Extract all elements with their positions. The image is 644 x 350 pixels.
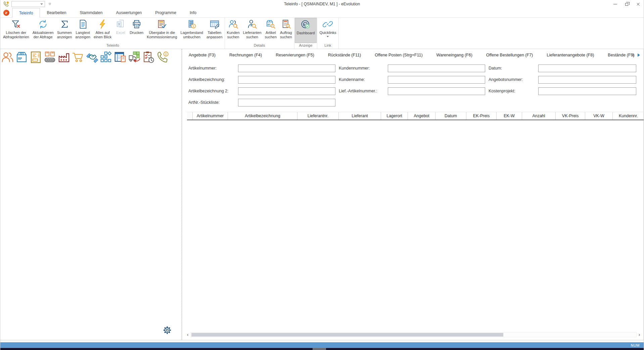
row-selector-header[interactable]	[187, 112, 193, 120]
column-header-ek-w[interactable]: EK-W	[497, 112, 522, 120]
quicklinks-button[interactable]: Quicklinks	[318, 18, 338, 43]
checklist-clock-icon[interactable]	[142, 51, 155, 64]
column-header-kundennr[interactable]: Kundennr.	[613, 112, 644, 120]
table-window-icon[interactable]	[114, 51, 127, 64]
tab-ruckstande-f11[interactable]: Rückstände (F11)	[328, 53, 361, 57]
menu-tab-programme[interactable]: Programme	[148, 8, 183, 17]
quick-access-combo[interactable]	[11, 1, 45, 7]
form-column-1: Artikelnummer:Artikelbezeichnung:Artikel…	[188, 64, 335, 110]
column-header-artikelnummer[interactable]: Artikelnummer	[193, 112, 228, 120]
horizontal-scrollbar[interactable]: ‹ ›	[185, 332, 642, 338]
menu-tab-auswertungen[interactable]: Auswertungen	[109, 8, 148, 17]
tab-bestande-f9[interactable]: Bestände (F9)	[608, 53, 634, 57]
artnr-stuckliste-input[interactable]	[238, 99, 335, 106]
scroll-left-arrow[interactable]: ‹	[185, 332, 190, 337]
module-icon-bar	[0, 49, 182, 65]
dashboard-button[interactable]: Dashboard	[295, 18, 317, 43]
tab-wareneingang-f6[interactable]: Wareneingang (F6)	[436, 53, 472, 57]
person-search-icon	[247, 19, 257, 30]
quick-access-customize-icon[interactable]	[47, 1, 52, 7]
scrollbar-track[interactable]	[190, 332, 637, 337]
scroll-right-arrow[interactable]: ›	[637, 332, 642, 337]
settings-gear-icon[interactable]	[162, 324, 173, 336]
column-header-lieferant[interactable]: Lieferant	[339, 112, 381, 120]
lagerbestand-umbuchen-button[interactable]: Lagerbestand umbuchen	[179, 18, 205, 43]
artnr-stuckliste-label: ArtNr.-Stückliste:	[188, 100, 238, 105]
kunden-suchen-button[interactable]: Kunden suchen	[225, 18, 241, 43]
menu-tabs: TeleinfoBearbeitenStammdatenAuswertungen…	[12, 8, 203, 17]
column-header-lagerort[interactable]: Lagerort	[381, 112, 408, 120]
loschen-der-abfragekriterien-button[interactable]: Löschen der Abfragekriterien	[1, 18, 31, 43]
combo-dropdown-icon	[40, 3, 43, 5]
tab-reservierungen-f5[interactable]: Reservierungen (F5)	[276, 53, 314, 57]
conveyor-icon[interactable]	[43, 51, 56, 64]
eevolution-logo-icon: e	[3, 10, 9, 16]
column-header-datum[interactable]: Datum	[435, 112, 466, 120]
menu-tab-bearbeiten[interactable]: Bearbeiten	[40, 8, 73, 17]
artikel-suchen-button[interactable]: Artikel suchen	[263, 18, 278, 43]
blocks-icon[interactable]	[100, 51, 113, 64]
datum-input[interactable]	[538, 64, 636, 72]
document-orange-icon[interactable]	[29, 51, 42, 64]
close-icon	[636, 2, 640, 6]
tabellen-anpassen-button[interactable]: Tabellen anpassen	[205, 18, 224, 43]
ribbon: Löschen der AbfragekriterienAktualisiere…	[0, 18, 644, 49]
kundennummer-input[interactable]	[388, 64, 485, 72]
refresh-icon	[38, 19, 48, 30]
alles-auf-einen-blick-button[interactable]: Alles auf einen Blick	[92, 18, 113, 43]
summen-anzeigen-button[interactable]: Summen anzeigen	[55, 18, 74, 43]
scrollbar-thumb[interactable]	[191, 333, 503, 337]
artikelnummer-label: Artikelnummer:	[188, 66, 238, 71]
column-header-vk-w[interactable]: VK-W	[585, 112, 613, 120]
column-header-angebot[interactable]: Angebot	[408, 112, 435, 120]
langtext-anzeigen-button[interactable]: Langtext anzeigen	[74, 18, 92, 43]
restore-button[interactable]	[621, 0, 632, 8]
tab-offene-bestellungen-f7[interactable]: Offene Bestellungen (F7)	[486, 53, 533, 57]
teleinfo-phone-icon	[3, 1, 9, 7]
tab-offene-posten-strg-f11[interactable]: Offene Posten (Strg+F11)	[375, 53, 422, 57]
tab-rechnungen-f4[interactable]: Rechnungen (F4)	[229, 53, 262, 57]
statusbar: NUM	[0, 342, 644, 348]
people-search-icon	[228, 19, 238, 30]
tab-angebote-f3[interactable]: Angebote (F3)	[189, 53, 216, 57]
close-button[interactable]	[632, 0, 644, 8]
menu-tab-stammdaten[interactable]: Stammdaten	[73, 8, 109, 17]
tab-scroll-right-icon[interactable]	[638, 53, 640, 57]
kundenname-input[interactable]	[388, 76, 485, 84]
column-header-vk-preis[interactable]: VK-Preis	[556, 112, 585, 120]
handshake-icon[interactable]	[86, 51, 99, 64]
drucken-button[interactable]: Drucken	[128, 18, 145, 43]
clipboard-check-icon	[157, 19, 167, 30]
kostenprojekt-input[interactable]	[538, 87, 636, 95]
column-header-lieferantnr[interactable]: Lieferantnr.	[297, 112, 339, 120]
ribbon-group-anzeige: DashboardAnzeige	[294, 18, 318, 49]
auftrag-suchen-button[interactable]: Auftrag suchen	[278, 18, 293, 43]
ubergabe-in-die-kommissionierung-button[interactable]: Übergabe in die Kommissionierung	[145, 18, 179, 43]
artikelbezeichnung-input[interactable]	[238, 76, 335, 84]
artikelnummer-input[interactable]	[238, 64, 335, 72]
box-search-icon	[266, 19, 276, 30]
menu-tab-info[interactable]: Info	[183, 8, 203, 17]
titlebar: Teleinfo - [ QSMAINDEV, M1 ] - eEvolutio…	[0, 0, 644, 8]
lief-artikelnummer-input[interactable]	[388, 87, 485, 95]
column-header-artikelbezeichnung[interactable]: Artikelbezeichnung	[228, 112, 297, 120]
tab-scroll-left-icon[interactable]	[631, 53, 634, 57]
artikelbezeichnung-2-input[interactable]	[238, 87, 335, 95]
column-header-anzahl[interactable]: Anzahl	[522, 112, 556, 120]
lieferanten-suchen-button[interactable]: Lieferanten suchen	[241, 18, 263, 43]
people-orange-icon[interactable]	[1, 51, 14, 64]
column-header-ek-preis[interactable]: EK-Preis	[466, 112, 497, 120]
factory-icon[interactable]	[57, 51, 71, 64]
package-blue-icon[interactable]	[15, 51, 28, 64]
num-lock-indicator: NUM	[631, 343, 640, 347]
angebotsnummer-input[interactable]	[538, 76, 636, 84]
phone-info-icon[interactable]	[156, 51, 169, 64]
truck-return-icon[interactable]	[128, 51, 141, 64]
cart-icon[interactable]	[72, 51, 85, 64]
menu-tab-teleinfo[interactable]: Teleinfo	[12, 8, 40, 18]
tab-lieferantenangebote-f8[interactable]: Lieferantenangebote (F8)	[547, 53, 594, 57]
aktualisieren-der-abfrage-button[interactable]: Aktualisieren der Abfrage	[31, 18, 55, 43]
results-table-header: ArtikelnummerArtikelbezeichnungLieferant…	[187, 112, 644, 120]
doc-lines-icon	[78, 19, 88, 30]
minimize-button[interactable]	[609, 0, 621, 8]
